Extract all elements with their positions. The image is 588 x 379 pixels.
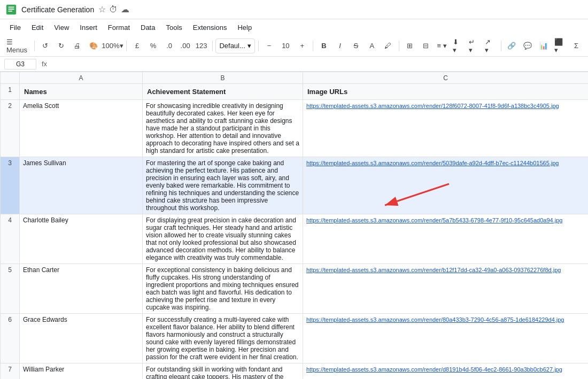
bold-button[interactable]: B — [316, 38, 331, 53]
cell-a4[interactable]: Charlotte Bailey — [20, 214, 143, 264]
cell-b6[interactable]: For successfully creating a multi-layere… — [143, 314, 303, 363]
separator-3 — [212, 41, 213, 51]
svg-rect-3 — [9, 10, 12, 11]
sheet-wrapper: A B C 1 Names Achievement Statement Imag… — [0, 72, 588, 379]
menu-view[interactable]: View — [50, 22, 73, 33]
font-size-plus[interactable]: + — [295, 38, 310, 53]
font-size-input[interactable]: 10 — [278, 38, 294, 53]
table-row: 3 James Sullivan For mastering the art o… — [1, 157, 589, 214]
cloud-icon[interactable]: ☁ — [121, 4, 129, 14]
print-button[interactable]: 🖨 — [70, 38, 85, 53]
app-icon — [5, 4, 17, 16]
row-num-2: 2 — [1, 100, 20, 157]
col-header-a[interactable]: A — [20, 72, 143, 84]
italic-button[interactable]: I — [332, 38, 347, 53]
menu-bar: File Edit View Insert Format Data Tools … — [0, 19, 588, 35]
menu-extensions[interactable]: Extensions — [189, 22, 231, 33]
decimal-inc-button[interactable]: .00 — [178, 38, 193, 53]
table-row: 5 Ethan Carter For exceptional consisten… — [1, 264, 589, 314]
menu-edit[interactable]: Edit — [27, 22, 48, 33]
menu-insert[interactable]: Insert — [75, 22, 102, 33]
menu-tools[interactable]: Tools — [161, 22, 186, 33]
table-row: 6 Grace Edwards For successfully creatin… — [1, 314, 589, 363]
svg-rect-2 — [9, 9, 14, 10]
cell-c7[interactable]: https://templated-assets.s3.amazonaws.co… — [303, 363, 589, 380]
menu-file[interactable]: File — [5, 22, 25, 33]
cell-c2[interactable]: https://templated-assets.s3.amazonaws.co… — [303, 100, 589, 157]
cell-a7[interactable]: William Parker — [20, 363, 143, 380]
cell-b5[interactable]: For exceptional consistency in baking de… — [143, 264, 303, 314]
align-button[interactable]: ≡ ▾ — [435, 38, 450, 53]
star-icon[interactable]: ☆ — [98, 4, 106, 14]
corner-header — [1, 72, 20, 84]
font-select[interactable]: Defaul... ▾ — [215, 38, 254, 53]
fx-label: fx — [42, 60, 47, 68]
header-urls[interactable]: Image URLs — [303, 84, 589, 100]
toolbar: ☰ Menus ↺ ↻ 🖨 🎨 100% ▾ £ % .0 .00 123 De… — [0, 35, 588, 57]
document-title: Certificate Generation — [21, 5, 94, 14]
row-num-1: 1 — [1, 84, 20, 100]
sheet-container[interactable]: A B C 1 Names Achievement Statement Imag… — [0, 72, 588, 379]
cell-a5[interactable]: Ethan Carter — [20, 264, 143, 314]
menu-data[interactable]: Data — [136, 22, 159, 33]
menu-format[interactable]: Format — [104, 22, 134, 33]
cell-b7[interactable]: For outstanding skill in working with fo… — [143, 363, 303, 380]
comment-button[interactable]: 💬 — [520, 38, 535, 53]
currency-button[interactable]: £ — [130, 38, 145, 53]
format123-button[interactable]: 123 — [194, 38, 209, 53]
cell-b4[interactable]: For displaying great precision in cake d… — [143, 214, 303, 264]
borders-button[interactable]: ⊞ — [403, 38, 417, 53]
row-num-3: 3 — [1, 157, 20, 214]
col-header-c[interactable]: C — [303, 72, 589, 84]
highlight-button[interactable]: 🖊 — [381, 38, 396, 53]
header-names[interactable]: Names — [20, 84, 143, 100]
merge-button[interactable]: ⊟ — [419, 38, 434, 53]
title-icons: ☆ ⏱ ☁ — [98, 4, 129, 14]
cell-a6[interactable]: Grace Edwards — [20, 314, 143, 363]
table-row: 2 Amelia Scott For showcasing incredible… — [1, 100, 589, 157]
formula-bar: G3 fx — [0, 57, 588, 72]
table-row: 4 Charlotte Bailey For displaying great … — [1, 214, 589, 264]
percent-button[interactable]: % — [146, 38, 161, 53]
rotate-button[interactable]: ↗ ▾ — [483, 38, 498, 53]
decimal-dec-button[interactable]: .0 — [162, 38, 177, 53]
separator-5 — [313, 41, 313, 51]
row-num-4: 4 — [1, 214, 20, 264]
cell-c6[interactable]: https://templated-assets.s3.amazonaws.co… — [303, 314, 589, 363]
chart-button[interactable]: 📊 — [536, 38, 551, 53]
strikethrough-button[interactable]: S — [349, 38, 363, 53]
header-achievement[interactable]: Achievement Statement — [143, 84, 303, 100]
spreadsheet-table: A B C 1 Names Achievement Statement Imag… — [0, 72, 588, 379]
history-icon[interactable]: ⏱ — [109, 5, 118, 14]
filter-button[interactable]: ⬛ ▾ — [552, 38, 568, 53]
paint-format-button[interactable]: 🎨 — [86, 38, 101, 53]
separator-1 — [34, 41, 35, 51]
redo-button[interactable]: ↻ — [54, 38, 69, 53]
row-num-7: 7 — [1, 363, 20, 380]
col-header-b[interactable]: B — [143, 72, 303, 84]
function-button[interactable]: Σ — [569, 38, 584, 53]
cell-reference[interactable]: G3 — [4, 59, 36, 69]
link-button[interactable]: 🔗 — [504, 38, 519, 53]
undo-button[interactable]: ↺ — [38, 38, 53, 53]
cell-a2[interactable]: Amelia Scott — [20, 100, 143, 157]
text-color-button[interactable]: A — [365, 38, 380, 53]
cell-c5[interactable]: https://templated-assets.s3.amazonaws.co… — [303, 264, 589, 314]
separator-6 — [399, 41, 399, 51]
cell-b3[interactable]: For mastering the art of sponge cake bak… — [143, 157, 303, 214]
cell-c3[interactable]: https://templated-assets.s3.amazonaws.co… — [303, 157, 589, 214]
table-row: 7 William Parker For outstanding skill i… — [1, 363, 589, 380]
cell-a3[interactable]: James Sullivan — [20, 157, 143, 214]
cell-b2[interactable]: For showcasing incredible creativity in … — [143, 100, 303, 157]
formula-input[interactable] — [52, 60, 584, 68]
menus-button[interactable]: ☰ Menus — [4, 38, 31, 53]
title-bar: Certificate Generation ☆ ⏱ ☁ — [0, 0, 588, 19]
separator-4 — [258, 41, 259, 51]
wrap-button[interactable]: ↵ ▾ — [467, 38, 482, 53]
cell-c4[interactable]: https://templated-assets.s3.amazonaws.co… — [303, 214, 589, 264]
valign-button[interactable]: ⬇ ▾ — [451, 38, 466, 53]
svg-rect-1 — [9, 6, 14, 7]
zoom-select[interactable]: 100% ▾ — [102, 38, 123, 53]
font-size-minus[interactable]: − — [262, 38, 277, 53]
menu-help[interactable]: Help — [233, 22, 256, 33]
